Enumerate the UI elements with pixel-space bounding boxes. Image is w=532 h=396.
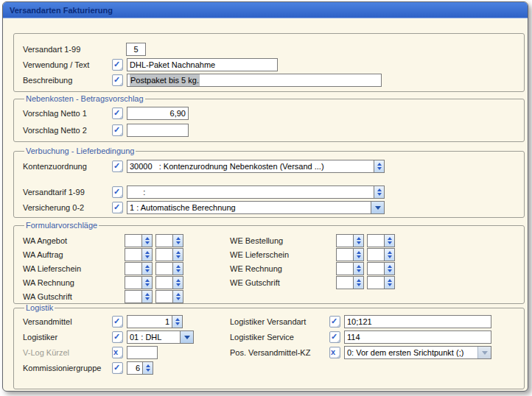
spinner[interactable]: [172, 263, 183, 275]
spinner[interactable]: [172, 249, 183, 261]
wa-auftrag-field-1[interactable]: [125, 248, 153, 261]
beschreibung-input[interactable]: Postpaket bis 5 kg.: [127, 74, 382, 87]
we-rechnung-field-1[interactable]: [336, 262, 364, 275]
spinner[interactable]: [384, 263, 394, 275]
spinner-up-icon[interactable]: [145, 265, 150, 268]
spinner-down-icon[interactable]: [388, 255, 392, 258]
spinner[interactable]: [172, 316, 182, 328]
vlog-kuerzel-checkbox[interactable]: x: [112, 347, 123, 358]
wa-gutschrift-field-2[interactable]: [155, 290, 183, 303]
spinner[interactable]: [142, 362, 153, 374]
spinner-down-icon[interactable]: [377, 193, 382, 196]
dialog-titlebar[interactable]: Versandarten Fakturierung: [3, 2, 528, 18]
spinner-up-icon[interactable]: [176, 251, 181, 254]
spinner-up-icon[interactable]: [377, 188, 382, 191]
spinner-down-icon[interactable]: [176, 283, 181, 286]
spinner-down-icon[interactable]: [388, 269, 392, 272]
spinner-down-icon[interactable]: [145, 255, 150, 258]
we-bestellung-field-2[interactable]: [367, 234, 395, 247]
vorschlag-netto-2-input[interactable]: [127, 124, 189, 137]
spinner[interactable]: [384, 277, 394, 289]
kontenzuordnung-checkbox[interactable]: ✓: [112, 160, 123, 172]
logistiker-checkbox[interactable]: ✓: [112, 331, 123, 343]
dropdown-button[interactable]: [180, 331, 193, 343]
kontenzuordnung-combo[interactable]: 30000 : Kontenzurodnung Nebenkosten (Ver…: [127, 160, 385, 173]
kommissioniergruppe-checkbox[interactable]: ✓: [112, 362, 123, 374]
vorschlag-netto-1-checkbox[interactable]: ✓: [112, 107, 123, 119]
spinner[interactable]: [172, 291, 183, 303]
wa-rechnung-field-1[interactable]: [125, 276, 153, 289]
wa-lieferschein-field-1[interactable]: [125, 262, 153, 275]
versandmittel-checkbox[interactable]: ✓: [112, 316, 123, 328]
versandtarif-checkbox[interactable]: ✓: [112, 186, 123, 198]
verwendung-input[interactable]: [127, 58, 278, 71]
beschreibung-checkbox[interactable]: ✓: [112, 74, 123, 86]
spinner[interactable]: [353, 249, 363, 261]
spinner-down-icon[interactable]: [357, 269, 361, 272]
spinner[interactable]: [374, 160, 384, 172]
spinner-down-icon[interactable]: [176, 255, 181, 258]
versicherung-dropdown[interactable]: 1 : Automatische Berechnung: [127, 201, 385, 214]
spinner-up-icon[interactable]: [175, 318, 180, 321]
spinner-down-icon[interactable]: [145, 297, 150, 300]
spinner-down-icon[interactable]: [145, 283, 150, 286]
spinner[interactable]: [353, 235, 363, 247]
spinner-down-icon[interactable]: [145, 241, 150, 244]
spinner-up-icon[interactable]: [388, 251, 392, 254]
spinner[interactable]: [384, 235, 394, 247]
dropdown-button[interactable]: [371, 202, 384, 213]
spinner[interactable]: [374, 186, 384, 198]
spinner[interactable]: [172, 235, 183, 247]
verwendung-checkbox[interactable]: ✓: [112, 59, 123, 71]
spinner-up-icon[interactable]: [176, 237, 181, 240]
spinner-down-icon[interactable]: [388, 283, 392, 286]
spinner-up-icon[interactable]: [357, 237, 361, 240]
spinner-up-icon[interactable]: [176, 293, 181, 296]
pos-versandmittel-kz-checkbox[interactable]: x: [329, 347, 340, 358]
wa-gutschrift-field-1[interactable]: [125, 290, 153, 303]
we-lieferschein-field-1[interactable]: [336, 248, 364, 261]
wa-lieferschein-field-2[interactable]: [155, 262, 183, 275]
spinner-down-icon[interactable]: [176, 269, 181, 272]
pos-versandmittel-kz-dropdown[interactable]: 0: Vor dem ersten Srichtpunkt (;): [344, 346, 491, 359]
spinner-up-icon[interactable]: [145, 293, 150, 296]
we-lieferschein-field-2[interactable]: [367, 248, 395, 261]
vorschlag-netto-1-input[interactable]: [127, 107, 189, 120]
vorschlag-netto-2-checkbox[interactable]: ✓: [112, 124, 123, 136]
logistiker-service-input[interactable]: [344, 330, 491, 344]
spinner-down-icon[interactable]: [357, 283, 361, 286]
spinner[interactable]: [141, 249, 152, 261]
spinner-up-icon[interactable]: [388, 237, 392, 240]
we-rechnung-field-2[interactable]: [367, 262, 395, 275]
spinner-up-icon[interactable]: [377, 163, 382, 166]
spinner-down-icon[interactable]: [388, 241, 392, 244]
spinner-down-icon[interactable]: [145, 269, 150, 272]
spinner-up-icon[interactable]: [357, 265, 361, 268]
spinner-down-icon[interactable]: [357, 255, 361, 258]
spinner[interactable]: [141, 263, 152, 275]
spinner[interactable]: [141, 235, 152, 247]
wa-auftrag-field-2[interactable]: [155, 248, 183, 261]
spinner-down-icon[interactable]: [146, 369, 150, 372]
spinner-up-icon[interactable]: [145, 237, 150, 240]
spinner-down-icon[interactable]: [357, 241, 361, 244]
we-gutschrift-field-1[interactable]: [336, 276, 364, 289]
kommissioniergruppe-spinner-field[interactable]: 6: [127, 361, 153, 375]
spinner-up-icon[interactable]: [357, 251, 361, 254]
we-gutschrift-field-2[interactable]: [367, 276, 395, 289]
spinner-up-icon[interactable]: [388, 279, 392, 282]
logistiker-service-checkbox[interactable]: ✓: [329, 331, 340, 343]
spinner[interactable]: [384, 249, 394, 261]
spinner-up-icon[interactable]: [357, 279, 361, 282]
spinner-up-icon[interactable]: [176, 265, 181, 268]
we-bestellung-field-1[interactable]: [336, 234, 364, 247]
spinner-down-icon[interactable]: [175, 322, 180, 325]
versandart-input[interactable]: [126, 43, 146, 56]
spinner[interactable]: [141, 277, 152, 289]
logistiker-versandart-checkbox[interactable]: ✓: [329, 316, 340, 328]
logistiker-dropdown[interactable]: 01 : DHL: [127, 330, 194, 344]
vlog-kuerzel-input[interactable]: [127, 346, 158, 359]
spinner[interactable]: [353, 263, 363, 275]
spinner[interactable]: [353, 277, 363, 289]
wa-angebot-field-1[interactable]: [125, 234, 153, 247]
